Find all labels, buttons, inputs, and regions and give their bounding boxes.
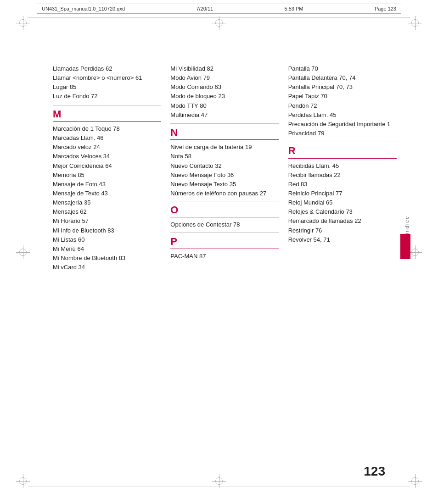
reg-mark-tr bbox=[411, 19, 419, 27]
entry-papel-tapiz: Papel Tapiz 70 bbox=[288, 92, 397, 101]
entry-marcacion: Marcación de 1 Toque 78 bbox=[53, 124, 161, 133]
reg-mark-mr bbox=[411, 249, 419, 256]
entry-mensajeria: Mensajería 35 bbox=[53, 198, 161, 207]
section-p-label: P bbox=[170, 236, 279, 248]
entry-remarcado: Remarcado de llamadas 22 bbox=[288, 216, 397, 226]
entry-mi-menu: Mi Menú 64 bbox=[53, 244, 161, 254]
entry-marcadas-llam: Marcadas Llam. 46 bbox=[53, 133, 161, 143]
entry-modo-avion: Modo Avión 79 bbox=[170, 73, 279, 83]
page-number: 123 bbox=[364, 464, 385, 479]
column-2: Mi Visibilidad 82 Modo Avión 79 Modo Com… bbox=[170, 64, 288, 272]
entry-recibidas-llam: Recibidas Llam. 45 bbox=[288, 161, 397, 171]
entry-mi-visibilidad: Mi Visibilidad 82 bbox=[170, 64, 279, 73]
indice-label: índice bbox=[404, 216, 410, 234]
col3-divider-r bbox=[288, 142, 397, 142]
entry-lugar: Lugar 85 bbox=[53, 83, 161, 92]
entry-marcado-veloz: Marcado veloz 24 bbox=[53, 143, 161, 152]
main-content: Llamadas Perdidas 62 Llamar <nombre> o <… bbox=[53, 64, 397, 458]
entry-mejor-coincidencia: Mejor Coincidencia 64 bbox=[53, 161, 161, 171]
header-time: 5:53 PM bbox=[285, 6, 303, 11]
entry-multimedia: Multimedia 47 bbox=[170, 111, 279, 120]
entry-nuevo-contacto: Nuevo Contacto 32 bbox=[170, 161, 279, 171]
header-bar: UN431_Spa_manual1.0_110720.qxd 7/20/11 5… bbox=[37, 4, 401, 14]
reg-mark-tl bbox=[19, 19, 27, 27]
col1-divider bbox=[53, 105, 161, 105]
entry-relojes-calendario: Relojes & Calendario 73 bbox=[288, 207, 397, 216]
reg-mark-ml bbox=[19, 249, 27, 256]
reg-mark-bc bbox=[215, 477, 223, 485]
col1-top-entries: Llamadas Perdidas 62 Llamar <nombre> o <… bbox=[53, 64, 161, 101]
entry-modo-bloqueo: Modo de bloqueo 23 bbox=[170, 92, 279, 101]
header-filename: UN431_Spa_manual1.0_110720.qxd bbox=[42, 6, 125, 11]
entry-reloj-mundial: Reloj Mundial 65 bbox=[288, 198, 397, 207]
entry-mi-horario: Mi Horario 57 bbox=[53, 216, 161, 226]
entry-reinicio-principal: Reinicio Principal 77 bbox=[288, 189, 397, 198]
column-1: Llamadas Perdidas 62 Llamar <nombre> o <… bbox=[53, 64, 170, 272]
entry-memoria: Memoria 85 bbox=[53, 171, 161, 180]
tab-indicator bbox=[400, 234, 410, 259]
col2-divider-p bbox=[170, 233, 279, 233]
section-p-divider bbox=[170, 249, 279, 249]
entry-privacidad: Privacidad 79 bbox=[288, 129, 397, 138]
entry-numeros-pausas: Números de teléfono con pausas 27 bbox=[170, 189, 279, 198]
entry-mensaje-texto: Mensaje de Texto 43 bbox=[53, 189, 161, 198]
entry-nota: Nota 58 bbox=[170, 152, 279, 161]
entry-precaucion: Precaución de Seguridad Importante 1 bbox=[288, 120, 397, 129]
bottom-border-line bbox=[28, 487, 410, 487]
section-r-label: R bbox=[288, 145, 397, 157]
entry-mi-listas: Mi Listas 60 bbox=[53, 235, 161, 244]
entry-pendon: Pendón 72 bbox=[288, 101, 397, 111]
section-n-label: N bbox=[170, 127, 279, 138]
entry-restringir: Restringir 76 bbox=[288, 226, 397, 235]
entry-llamadas-perdidas: Llamadas Perdidas 62 bbox=[53, 64, 161, 73]
header-page: Page 123 bbox=[375, 6, 396, 11]
reg-mark-bl bbox=[19, 477, 27, 485]
entry-mi-vcard: Mi vCard 34 bbox=[53, 263, 161, 272]
section-m-divider bbox=[53, 121, 161, 122]
entry-mi-nombre-bluetooth: Mi Nombre de Bluetooth 83 bbox=[53, 254, 161, 263]
entry-nivel-carga: Nivel de carga de la batería 19 bbox=[170, 143, 279, 152]
col3-top-entries: Pantalla 70 Pantalla Delantera 70, 74 Pa… bbox=[288, 64, 397, 138]
entry-modo-comando: Modo Comando 63 bbox=[170, 83, 279, 92]
entry-revolver: Revolver 54, 71 bbox=[288, 235, 397, 244]
entry-pantalla-delantera: Pantalla Delantera 70, 74 bbox=[288, 73, 397, 83]
entry-perdidas-llam: Perdidas Llam. 45 bbox=[288, 111, 397, 120]
entry-luz-fondo: Luz de Fondo 72 bbox=[53, 92, 161, 101]
entry-modo-tty: Modo TTY 80 bbox=[170, 101, 279, 111]
entry-pantalla-principal: Pantalla Principal 70, 73 bbox=[288, 83, 397, 92]
entry-recibir-llamadas: Recibir llamadas 22 bbox=[288, 171, 397, 180]
entry-marcados-veloces: Marcados Veloces 34 bbox=[53, 152, 161, 161]
column-3: Pantalla 70 Pantalla Delantera 70, 74 Pa… bbox=[288, 64, 397, 272]
section-n-divider bbox=[170, 139, 279, 140]
col2-divider-n bbox=[170, 123, 279, 124]
entry-pantalla: Pantalla 70 bbox=[288, 64, 397, 73]
col2-divider-o bbox=[170, 201, 279, 201]
section-r-divider bbox=[288, 158, 397, 159]
index-columns: Llamadas Perdidas 62 Llamar <nombre> o <… bbox=[53, 64, 397, 272]
col2-top-entries: Mi Visibilidad 82 Modo Avión 79 Modo Com… bbox=[170, 64, 279, 120]
header-date: 7/20/11 bbox=[196, 6, 213, 11]
section-o-divider bbox=[170, 217, 279, 217]
entry-mensaje-foto: Mensaje de Foto 43 bbox=[53, 180, 161, 189]
top-border-line bbox=[28, 17, 410, 18]
entry-pacman: PAC-MAN 87 bbox=[170, 252, 279, 261]
entry-llamar-nombre: Llamar <nombre> o <número> 61 bbox=[53, 73, 161, 83]
reg-mark-tc bbox=[215, 19, 223, 27]
entry-opciones-contestar: Opciones de Contestar 78 bbox=[170, 220, 279, 229]
entry-nuevo-mensaje-texto: Nuevo Mensaje Texto 35 bbox=[170, 180, 279, 189]
reg-mark-br bbox=[411, 477, 419, 485]
section-o-label: O bbox=[170, 204, 279, 216]
section-m-label: M bbox=[53, 108, 161, 120]
entry-nuevo-mensaje-foto: Nuevo Mensaje Foto 36 bbox=[170, 171, 279, 180]
entry-red: Red 83 bbox=[288, 180, 397, 189]
entry-mi-info-bluetooth: Mi Info de Bluetooth 83 bbox=[53, 226, 161, 235]
entry-mensajes: Mensajes 62 bbox=[53, 207, 161, 216]
